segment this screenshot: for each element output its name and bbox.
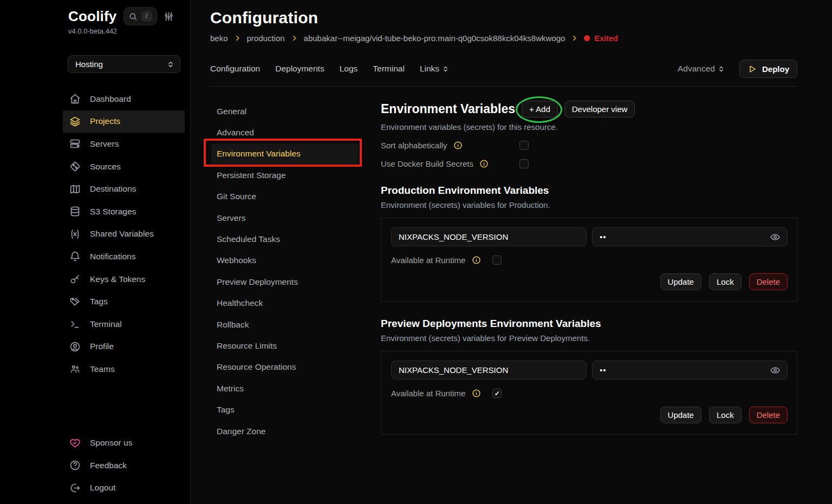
sidebar-item-sources[interactable]: Sources [63,155,185,178]
tab-terminal[interactable]: Terminal [373,64,405,74]
available-at-runtime-checkbox[interactable] [492,389,502,398]
sidebar-item-notifications[interactable]: Notifications [63,245,185,268]
docker-build-secrets-checkbox[interactable] [519,159,529,168]
sort-alphabetically-label: Sort alphabetically [381,141,447,150]
developer-view-button[interactable]: Developer view [564,101,635,117]
variable-value-input[interactable]: •• [592,227,788,246]
breadcrumb-resource[interactable]: abubakar--meigag/vid-tube-beko-pro:main-… [304,34,566,43]
breadcrumb: beko production abubakar--meigag/vid-tub… [210,34,797,43]
subnav-item-tags[interactable]: Tags [211,399,359,420]
subnav-item-servers[interactable]: Servers [211,207,359,228]
subnav-item-preview-deployments[interactable]: Preview Deployments [211,271,359,292]
sidebar-item-label: Keys & Tokens [90,274,145,284]
terminal-icon [69,318,81,330]
eye-icon[interactable] [770,365,781,376]
bell-icon [69,251,81,262]
sidebar-item-feedback[interactable]: Feedback [63,454,185,477]
subnav-item-resource-operations[interactable]: Resource Operations [211,357,359,378]
search-shortcut-key: / [141,11,152,22]
sidebar-item-label: Shared Variables [90,229,154,239]
available-at-runtime-checkbox[interactable] [492,256,502,265]
sidebar-item-profile[interactable]: Profile [63,336,185,358]
tab-logs[interactable]: Logs [340,64,358,74]
preview-variable-card: •• Available at Runtime Update Lock Dele… [381,351,797,435]
sidebar-item-label: Servers [90,139,119,149]
sidebar-footer-nav: Sponsor us Feedback Logout [63,431,185,499]
tab-links[interactable]: Links [420,64,449,74]
environment-variables-panel: Environment Variables + Add Developer vi… [381,101,797,442]
breadcrumb-project[interactable]: beko [210,34,228,43]
sidebar-item-s3-storages[interactable]: S3 Storages [63,200,185,223]
subnav-item-general[interactable]: General [211,101,359,122]
sidebar-item-tags[interactable]: Tags [63,290,185,313]
subnav-item-persistent-storage[interactable]: Persistent Storage [211,165,359,186]
sidebar-item-label: Tags [90,297,108,306]
subnav-item-advanced[interactable]: Advanced [211,122,359,143]
sidebar-item-destinations[interactable]: Destinations [63,178,185,200]
advanced-dropdown[interactable]: Advanced [678,64,725,74]
sidebar-item-sponsor-us[interactable]: Sponsor us [63,431,185,454]
sidebar-item-projects[interactable]: Projects [63,110,185,133]
sidebar-nav: Dashboard Projects Servers Sources Desti… [63,88,185,381]
variable-name-input[interactable] [391,227,587,246]
sort-alphabetically-checkbox[interactable] [519,141,529,150]
panel-title: Environment Variables [381,102,515,116]
team-select[interactable]: Hosting [68,55,180,73]
sidebar-item-label: Projects [90,116,120,126]
subnav-item-healthcheck[interactable]: Healthcheck [211,293,359,314]
sidebar-item-label: Sponsor us [90,438,132,448]
search-icon [128,12,138,21]
sidebar-item-shared-variables[interactable]: Shared Variables [63,223,185,246]
chevron-updown-icon [167,61,174,68]
sidebar-item-dashboard[interactable]: Dashboard [63,88,185,110]
sidebar-item-logout[interactable]: Logout [63,476,185,499]
masked-value: •• [600,365,770,375]
breadcrumb-environment[interactable]: production [247,34,285,43]
server-icon [69,138,81,149]
subnav-item-metrics[interactable]: Metrics [211,378,359,399]
subnav-item-git-source[interactable]: Git Source [211,186,359,207]
chevron-right-icon [234,35,241,42]
info-icon[interactable] [472,389,481,398]
sidebar-item-label: Feedback [90,461,127,470]
subnav-item-environment-variables[interactable]: Environment Variables [211,143,359,165]
subnav-item-danger-zone[interactable]: Danger Zone [211,421,359,442]
sidebar-item-servers[interactable]: Servers [63,133,185,155]
delete-button[interactable]: Delete [749,273,788,290]
docker-build-secrets-label: Use Docker Build Secrets [381,159,473,168]
main-content: Configuration beko production abubakar--… [191,0,832,504]
production-section-title: Production Environment Variables [381,185,797,197]
variable-name-input[interactable] [391,361,587,379]
subnav-item-scheduled-tasks[interactable]: Scheduled Tasks [211,228,359,250]
sidebar-item-keys-tokens[interactable]: Keys & Tokens [63,268,185,291]
subnav-item-rollback[interactable]: Rollback [211,314,359,335]
delete-button[interactable]: Delete [749,407,788,423]
sidebar-item-terminal[interactable]: Terminal [63,313,185,336]
status-dot-icon [584,35,590,41]
update-button[interactable]: Update [660,407,701,423]
eye-icon[interactable] [770,232,781,243]
info-icon[interactable] [479,159,489,168]
info-icon[interactable] [472,256,481,265]
add-button[interactable]: + Add [522,101,558,117]
sidebar-item-label: Destinations [90,184,136,194]
lock-button[interactable]: Lock [709,273,742,290]
config-subnav: General Advanced Environment Variables P… [210,101,381,442]
lock-button[interactable]: Lock [709,407,742,423]
subnav-item-webhooks[interactable]: Webhooks [211,250,359,271]
search-button[interactable]: / [123,7,157,25]
users-icon [69,363,81,375]
user-icon [69,341,81,352]
info-icon[interactable] [453,141,463,150]
tab-deployments[interactable]: Deployments [275,64,324,74]
settings-sliders-icon[interactable] [164,11,174,22]
variable-value-input[interactable]: •• [592,361,788,379]
update-button[interactable]: Update [660,273,701,290]
docker-build-secrets-row: Use Docker Build Secrets [381,159,797,168]
deploy-button[interactable]: Deploy [739,60,797,78]
sidebar-item-teams[interactable]: Teams [63,358,185,381]
sidebar-item-label: S3 Storages [90,207,136,217]
heart-icon [69,437,81,449]
tab-configuration[interactable]: Configuration [210,64,260,74]
subnav-item-resource-limits[interactable]: Resource Limits [211,335,359,356]
